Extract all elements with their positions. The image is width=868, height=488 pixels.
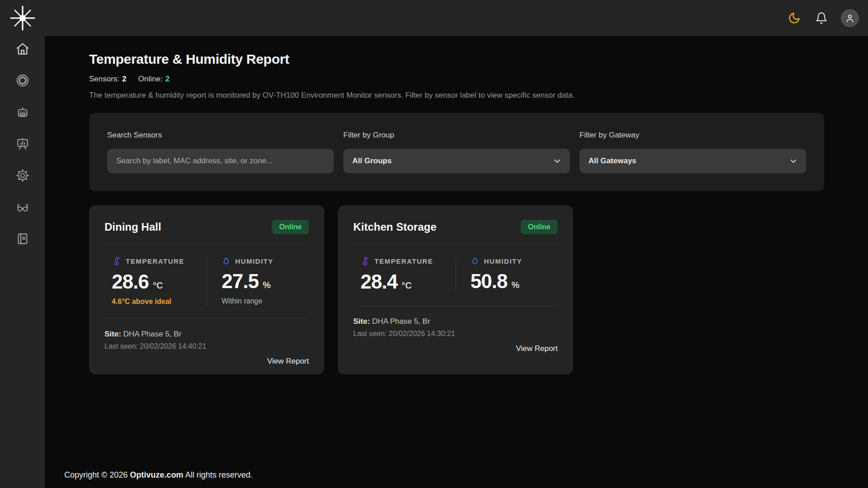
sidebar-item-target[interactable]: [0, 68, 45, 93]
settings-gear-icon: [15, 168, 30, 183]
temperature-status: 4.6°C above ideal: [112, 298, 207, 306]
metric-label: TEMPERATURE: [375, 257, 433, 265]
bell-icon: [815, 12, 828, 24]
temperature-value: 28.6 °C: [112, 270, 207, 293]
status-badge: Online: [521, 220, 558, 234]
copyright-footer: Copyright © 2026 Optivuze.com All rights…: [64, 470, 252, 480]
group-select[interactable]: All Groups: [343, 149, 570, 173]
view-report-link[interactable]: View Report: [353, 344, 558, 353]
app-logo[interactable]: [0, 4, 45, 32]
page-description: The temperature & humidity report is mon…: [89, 91, 824, 100]
sidebar-item-robot[interactable]: [0, 99, 45, 125]
filter-panel: Search Sensors Filter by Group All Group…: [89, 113, 824, 191]
chevron-down-icon: [789, 156, 798, 166]
sidebar: [0, 36, 45, 488]
humidity-value: 50.8 %: [470, 270, 558, 293]
sensor-card: Kitchen Storage Online: [338, 205, 573, 374]
chevron-down-icon: [553, 156, 562, 166]
sensor-card: Dining Hall Online: [89, 205, 324, 374]
online-count-stat: Online: 2: [138, 75, 170, 84]
main-content: Temperature & Humidity Report Sensors: 2…: [45, 36, 868, 488]
site-value: DHA Phase 5, Br: [372, 317, 431, 326]
gateway-label: Filter by Gateway: [579, 131, 806, 140]
robot-icon: [15, 105, 30, 119]
theme-toggle-button[interactable]: [787, 10, 802, 26]
user-icon: [844, 13, 855, 24]
thermometer-icon: [360, 256, 370, 266]
group-filter: Filter by Group All Groups: [343, 131, 570, 191]
notifications-button[interactable]: [814, 10, 829, 26]
sensors-value: 2: [122, 75, 126, 84]
card-header: Kitchen Storage Online: [353, 220, 558, 234]
sidebar-item-journal[interactable]: [0, 226, 45, 251]
presentation-chart-icon: [15, 137, 30, 151]
search-label: Search Sensors: [107, 131, 334, 140]
online-label: Online:: [138, 75, 163, 84]
group-select-value: All Groups: [352, 156, 392, 166]
journal-icon: [15, 232, 30, 246]
droplet-icon: [470, 256, 479, 265]
temperature-metric: TEMPERATURE 28.4 °C: [353, 256, 455, 293]
humidity-status: Within range: [222, 297, 309, 305]
sensor-title: Kitchen Storage: [353, 221, 436, 233]
card-metrics: TEMPERATURE 28.6 °C 4.6°C above ideal: [104, 245, 309, 318]
metric-label: TEMPERATURE: [126, 257, 185, 265]
view-report-link[interactable]: View Report: [104, 357, 309, 366]
humidity-metric: HUMIDITY 27.5 % Within range: [207, 256, 309, 306]
topbar: [0, 0, 868, 36]
metric-label: HUMIDITY: [235, 257, 274, 265]
sidebar-item-glasses[interactable]: [0, 194, 45, 220]
sensors-count-stat: Sensors: 2: [89, 75, 127, 84]
search-input[interactable]: [107, 149, 334, 173]
sidebar-item-home[interactable]: [0, 36, 45, 62]
copyright-suffix: All rights reserved.: [183, 470, 252, 479]
brand-name: Optivuze.com: [130, 470, 183, 479]
card-footer: Site: DHA Phase 5, Br Last seen: 20/02/2…: [353, 306, 558, 353]
page-title: Temperature & Humidity Report: [89, 52, 824, 67]
card-header: Dining Hall Online: [104, 220, 309, 234]
group-label: Filter by Group: [343, 131, 570, 140]
home-icon: [15, 41, 30, 57]
metric-label: HUMIDITY: [484, 257, 522, 265]
topbar-actions: [787, 9, 868, 27]
glasses-icon: [15, 200, 30, 214]
sensors-label: Sensors:: [89, 75, 119, 84]
sensor-stats: Sensors: 2 Online: 2: [89, 75, 824, 84]
last-seen: Last seen: 20/02/2026 14:40:21: [104, 342, 309, 351]
temperature-metric: TEMPERATURE 28.6 °C 4.6°C above ideal: [104, 256, 207, 306]
humidity-value: 27.5 %: [222, 270, 309, 293]
site-value: DHA Phase 5, Br: [123, 330, 182, 338]
sensor-title: Dining Hall: [104, 221, 161, 233]
card-metrics: TEMPERATURE 28.4 °C: [353, 245, 558, 306]
sparkle-logo-icon: [9, 4, 37, 32]
copyright-prefix: Copyright © 2026: [64, 470, 130, 479]
moon-icon: [788, 12, 801, 24]
online-value: 2: [165, 75, 169, 84]
target-icon: [15, 73, 30, 88]
card-footer: Site: DHA Phase 5, Br Last seen: 20/02/2…: [104, 319, 309, 366]
sidebar-item-presentation[interactable]: [0, 131, 45, 156]
humidity-metric: HUMIDITY 50.8 %: [455, 256, 558, 293]
status-badge: Online: [272, 220, 309, 234]
app-root: Temperature & Humidity Report Sensors: 2…: [0, 0, 868, 488]
site-line: Site: DHA Phase 5, Br: [353, 317, 558, 326]
last-seen: Last seen: 20/02/2026 14:30:21: [353, 330, 558, 338]
sensor-cards: Dining Hall Online: [89, 205, 824, 374]
gateway-select[interactable]: All Gateways: [579, 149, 806, 173]
gateway-filter: Filter by Gateway All Gateways: [579, 131, 806, 191]
droplet-icon: [222, 256, 231, 265]
search-filter: Search Sensors: [107, 131, 334, 191]
sidebar-item-settings[interactable]: [0, 163, 45, 188]
gateway-select-value: All Gateways: [588, 156, 636, 166]
temperature-value: 28.4 °C: [360, 270, 455, 293]
thermometer-icon: [112, 256, 121, 266]
user-avatar[interactable]: [841, 9, 859, 27]
site-line: Site: DHA Phase 5, Br: [104, 330, 309, 339]
